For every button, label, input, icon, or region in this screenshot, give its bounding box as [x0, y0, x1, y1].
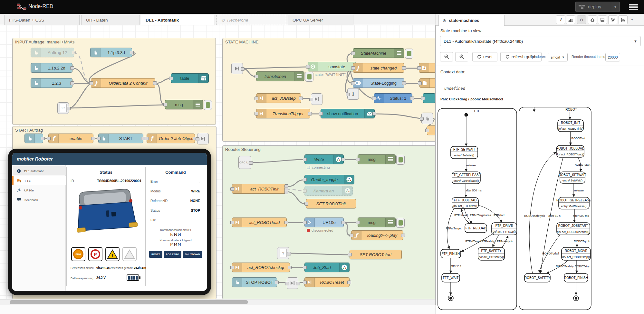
node-function-orderdata[interactable]: ƒ OrderData 2 Context	[91, 78, 155, 88]
timeout-input[interactable]: 20000	[605, 53, 620, 61]
link-out-icon	[314, 97, 319, 101]
node-inject-113d[interactable]: 1.1p.3.3d	[90, 48, 132, 57]
tab-ur-daten[interactable]: UR - Daten	[81, 15, 139, 25]
gear-tool-button[interactable]	[608, 15, 617, 24]
nav-item-dl1-automatic[interactable]: DL1 automatic	[12, 166, 66, 175]
node-inject-123[interactable]: 1.2.3	[31, 78, 72, 88]
node-state-logging[interactable]: State-Logging	[353, 78, 404, 88]
node-linkcall-actrobotload[interactable]: act_ROBOTload	[232, 217, 287, 227]
state-machine-select[interactable]: DL1 - Automatik/smxstate (f4ff0ca0.2449b…	[440, 36, 641, 46]
node-link-in-12[interactable]: 1.2	[57, 102, 69, 114]
dashboard-title: mobiler Roboter	[17, 156, 53, 162]
node-debug-statemachine[interactable]: StateMachine	[353, 48, 404, 58]
debug-toggle-button[interactable]	[396, 155, 405, 165]
book-tool-button[interactable]	[598, 15, 607, 24]
debug-toggle-button[interactable]	[204, 100, 212, 110]
node-debug-msg2[interactable]: msg	[358, 154, 396, 164]
node-inject-auftrag12[interactable]: Auftrag 12	[31, 48, 74, 57]
tab-fts-daten[interactable]: FTS-Daten + CSS	[4, 15, 80, 25]
sidebar-collapse-caret-icon[interactable]: ▼	[630, 18, 634, 21]
scrollbar-thumb[interactable]	[10, 300, 248, 304]
debug-icon	[385, 218, 395, 227]
node-linkcall-actrobotcheckqr[interactable]: act_ROBOTcheckqr	[232, 263, 290, 272]
reset-button[interactable]: RESET	[149, 251, 162, 258]
node-clipped-orange[interactable]	[427, 125, 436, 135]
tab-dl1-automatik[interactable]: DL1 - Automatik	[141, 15, 215, 25]
node-link-question[interactable]: ?	[277, 247, 289, 259]
warning-button[interactable]: !	[105, 247, 120, 261]
node-job-start[interactable]: Job_Start	[304, 263, 350, 272]
tab-opc-ua-server[interactable]: OPC UA Server	[288, 15, 353, 25]
zoom-out-button[interactable]	[440, 52, 453, 61]
node-greifer-toggle[interactable]: Greifer_toggle	[304, 175, 354, 184]
state-machines-tool-button[interactable]: ⊙	[577, 15, 586, 24]
node-function-statechanged[interactable]: ƒ state changed	[353, 63, 404, 73]
node-link-in[interactable]	[231, 63, 243, 74]
emg-button[interactable]: EMG	[71, 247, 85, 261]
node-link-opcua[interactable]: OPC UA	[238, 156, 251, 169]
deploy-button[interactable]: deploy ▼	[575, 2, 620, 12]
node-inject-start[interactable]: START	[98, 134, 143, 143]
svg-text:ROBOT_SETWAIT: ROBOT_SETWAIT	[559, 173, 586, 177]
debug-tool-button[interactable]	[588, 15, 597, 24]
node-notification[interactable]: show notification	[321, 109, 375, 118]
node-function-enable[interactable]: ƒ enable	[48, 134, 93, 143]
node-set-robotstart[interactable]: SET ROBOTstart	[350, 250, 402, 259]
tab-recherche[interactable]: ⊘Recherche	[216, 15, 286, 25]
shutdown-button[interactable]: SHUTDOWN	[183, 251, 202, 258]
deploy-caret-icon[interactable]: ▼	[611, 2, 620, 12]
node-info[interactable]: i	[347, 88, 359, 100]
node-function-loading-play[interactable]: ƒ loading?--> play	[351, 230, 403, 240]
renderer-select[interactable]: smcat▼	[548, 53, 568, 61]
node-function-order2job[interactable]: ƒ Order 2 Job-Object	[147, 134, 195, 143]
node-linkcall-actjobstep[interactable]: act_JOBstep	[256, 93, 301, 103]
node-linkcall-transitiontrigger[interactable]: TransitionTrigger	[256, 109, 310, 118]
node-inject-112d[interactable]: 1.1p.2.2d	[31, 63, 72, 73]
node-opcua-write[interactable]: Write	[304, 154, 344, 164]
state-diagram[interactable]: FTF FTF_SETWAIT entry/ SetWait() release…	[436, 107, 644, 314]
node-link-out[interactable]	[311, 93, 322, 105]
warning-button-disabled[interactable]	[122, 247, 137, 261]
context-data-tool-button[interactable]	[619, 15, 628, 24]
node-inject-start-blank[interactable]	[24, 134, 43, 143]
node-clipped-teal[interactable]	[423, 93, 436, 103]
node-debug-msg1[interactable]: msg	[165, 100, 203, 109]
batterie-value: 24.2 V	[96, 276, 106, 280]
node-linkcall-actrobotinit[interactable]: act_ROBOTinit	[232, 184, 287, 194]
node-ui-table[interactable]: table	[171, 73, 209, 83]
debug-toggle-button[interactable]	[396, 218, 405, 228]
node-link-in[interactable]	[287, 277, 298, 289]
node-link-hand[interactable]	[421, 113, 433, 124]
node-set-robotinit[interactable]: SET ROBOTinit	[306, 199, 356, 208]
node-kamera-an[interactable]: Kamera an	[304, 186, 353, 196]
node-inject-stop-robot[interactable]: STOP ROBOT	[232, 277, 277, 287]
chart-tool-button[interactable]	[566, 15, 575, 24]
flow-canvas[interactable]: INPUT Aufträge: manuell+MnAs START Auftr…	[0, 25, 436, 305]
node-smxstate[interactable]: smxstate	[308, 62, 356, 71]
svg-text:FTF_FINISH: FTF_FINISH	[442, 252, 460, 255]
p-stop-button[interactable]: P	[88, 247, 102, 261]
reset-button[interactable]: reset	[472, 52, 497, 61]
context-data-label: Context data:	[440, 69, 465, 74]
debug-toggle-button[interactable]	[305, 72, 313, 82]
debug-toggle-button[interactable]	[405, 49, 413, 59]
node-file-write[interactable]	[419, 63, 436, 73]
nav-item-feedback[interactable]: Feedback	[12, 195, 66, 204]
node-link-out[interactable]	[197, 133, 209, 144]
svg-text:do/ act_ROBOTcheckqr(): do/ act_ROBOTcheckqr()	[557, 230, 590, 234]
node-debug-transitionen[interactable]: transitionen	[256, 71, 304, 81]
nav-item-ur10e[interactable]: UR10e	[12, 186, 66, 195]
main-menu-button[interactable]	[628, 3, 639, 11]
node-ui-status[interactable]: Status: 1	[374, 93, 412, 103]
info-tool-button[interactable]: i	[556, 15, 565, 24]
stack2-label: Kommandostack folgend	[147, 239, 204, 242]
nav-item-fts[interactable]: FTS	[12, 176, 66, 185]
node-linkcall-robotreset[interactable]: ROBOTreset	[304, 277, 350, 287]
context-data-value: undefined	[444, 86, 465, 91]
pos-zero-button[interactable]: POS ZERO	[164, 251, 181, 258]
node-debug-msg3[interactable]: msg	[358, 217, 396, 227]
tab-state-machines[interactable]: ⊙ state-machines	[438, 15, 505, 26]
node-ur10e[interactable]: UR10e	[304, 217, 344, 227]
zoom-in-button[interactable]	[455, 52, 468, 61]
node-log-file[interactable]	[419, 78, 436, 88]
